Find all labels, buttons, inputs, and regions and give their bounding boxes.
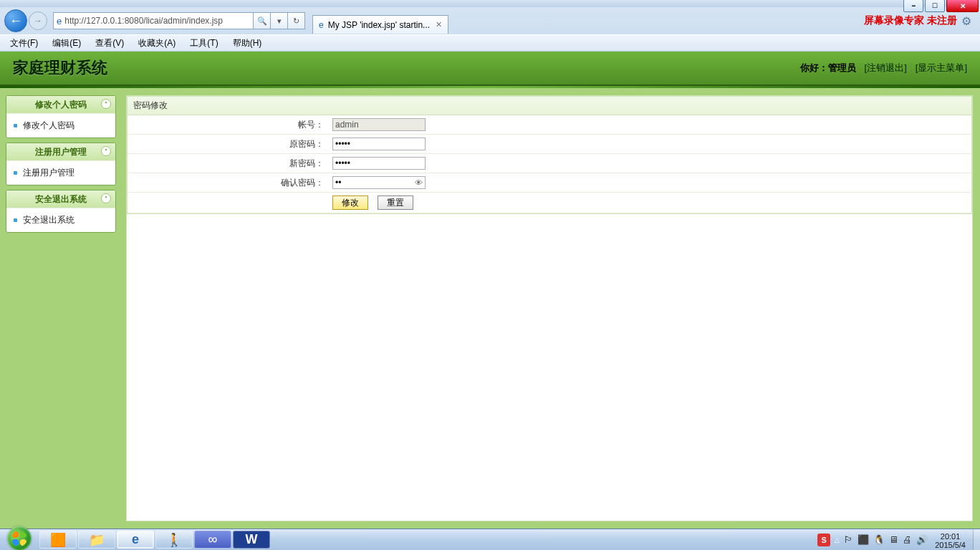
new-password-input[interactable]: [332, 157, 426, 170]
app-header: 家庭理财系统 你好：管理员 注销退出 显示主菜单: [0, 52, 980, 86]
ie-page-icon: e: [57, 16, 62, 26]
show-desktop-button[interactable]: [973, 529, 980, 550]
ie-navigation-bar: ← → e 🔍 ▾ ↻ e My JSP 'index.jsp' startin…: [0, 7, 980, 34]
taskbar: 🟧 📁 e 🚶 ∞ W S △ 🏳 ⬛ 🐧 🖥 🖨 🔊 20:01 2015/5…: [0, 529, 980, 550]
confirm-password-input[interactable]: [332, 176, 426, 189]
sidebar-block-users: 注册用户管理˄ 注册用户管理: [6, 143, 116, 185]
taskbar-app-3[interactable]: ∞: [194, 531, 231, 549]
search-icon[interactable]: 🔍: [254, 12, 271, 29]
content-panel: 密码修改 帐号： 原密码： 新密码： 确认密码：: [126, 95, 973, 521]
address-bar[interactable]: e: [53, 12, 254, 29]
ie-menu-bar: 文件(F) 编辑(E) 查看(V) 收藏夹(A) 工具(T) 帮助(H): [0, 34, 980, 52]
sidebar-item-safe-exit[interactable]: 安全退出系统: [6, 208, 115, 232]
submit-button[interactable]: 修改: [332, 196, 368, 210]
hello-text: 你好：管理员: [800, 62, 856, 74]
ie-tab-icon: e: [319, 20, 324, 30]
tray-icon[interactable]: 🏳: [844, 534, 853, 545]
taskbar-explorer[interactable]: 📁: [78, 531, 115, 549]
tray-expand-icon[interactable]: △: [835, 536, 840, 544]
start-button[interactable]: [0, 529, 39, 550]
tray-icon[interactable]: ⬛: [858, 534, 869, 545]
logout-link[interactable]: 注销退出: [865, 62, 907, 74]
sogou-ime-icon[interactable]: S: [817, 534, 830, 546]
sidebar-block-password: 修改个人密码˄ 修改个人密码: [6, 95, 116, 138]
account-input: [332, 118, 426, 131]
sidebar-block-exit: 安全退出系统˄ 安全退出系统: [6, 190, 116, 233]
account-label: 帐号：: [128, 115, 328, 135]
clock[interactable]: 20:01 2015/5/4: [932, 531, 971, 549]
app-title: 家庭理财系统: [13, 57, 107, 79]
window-close-button[interactable]: [946, 0, 979, 12]
tab-close-icon[interactable]: ✕: [436, 20, 442, 29]
refresh-icon[interactable]: ↻: [288, 12, 305, 29]
back-button[interactable]: ←: [4, 9, 27, 32]
menu-favorites[interactable]: 收藏夹(A): [133, 36, 181, 51]
taskbar-app-4[interactable]: W: [233, 531, 270, 549]
tools-gear-icon[interactable]: ⚙: [961, 14, 971, 28]
menu-tools[interactable]: 工具(T): [184, 36, 224, 51]
taskbar-ie[interactable]: e: [117, 531, 154, 549]
tray-icon[interactable]: 🖥: [889, 534, 898, 545]
tray-icon[interactable]: 🖨: [903, 534, 912, 545]
tab-title: My JSP 'index.jsp' startin...: [328, 20, 430, 30]
sidebar-item-user-management[interactable]: 注册用户管理: [6, 160, 115, 185]
show-menu-link[interactable]: 显示主菜单: [916, 62, 967, 74]
tray-icon[interactable]: 🐧: [873, 534, 885, 545]
window-maximize-button[interactable]: [925, 0, 945, 12]
volume-icon[interactable]: 🔊: [916, 534, 928, 545]
forward-button[interactable]: →: [29, 11, 47, 30]
address-input[interactable]: [64, 16, 250, 26]
recorder-watermark: 屏幕录像专家 未注册: [864, 14, 957, 27]
system-tray: S △ 🏳 ⬛ 🐧 🖥 🖨 🔊 20:01 2015/5/4: [816, 529, 973, 550]
window-titlebar: [0, 0, 980, 7]
new-password-label: 新密码：: [128, 154, 328, 173]
menu-help[interactable]: 帮助(H): [227, 36, 268, 51]
browser-tab[interactable]: e My JSP 'index.jsp' startin... ✕: [312, 15, 448, 34]
collapse-icon[interactable]: ˄: [101, 146, 111, 156]
taskbar-app-2[interactable]: 🚶: [155, 531, 193, 549]
dropdown-icon[interactable]: ▾: [271, 12, 288, 29]
collapse-icon[interactable]: ˄: [101, 99, 111, 109]
sidebar-head-label: 修改个人密码: [35, 99, 87, 111]
taskbar-app-1[interactable]: 🟧: [39, 531, 77, 549]
panel-title: 密码修改: [128, 97, 971, 115]
old-password-label: 原密码：: [128, 135, 328, 154]
menu-file[interactable]: 文件(F): [4, 36, 44, 51]
old-password-input[interactable]: [332, 138, 426, 150]
sidebar-head-label: 注册用户管理: [35, 146, 87, 158]
reset-button[interactable]: 重置: [378, 196, 413, 210]
menu-edit[interactable]: 编辑(E): [47, 36, 87, 51]
window-minimize-button[interactable]: [903, 0, 923, 12]
sidebar-item-change-password[interactable]: 修改个人密码: [6, 113, 115, 138]
reveal-password-icon[interactable]: 👁: [415, 178, 423, 187]
menu-view[interactable]: 查看(V): [90, 36, 130, 51]
collapse-icon[interactable]: ˄: [101, 193, 111, 203]
confirm-password-label: 确认密码：: [128, 173, 328, 193]
sidebar-head-label: 安全退出系统: [35, 193, 87, 206]
sidebar: 修改个人密码˄ 修改个人密码 注册用户管理˄ 注册用户管理 安全退出系统˄ 安全…: [0, 88, 122, 529]
